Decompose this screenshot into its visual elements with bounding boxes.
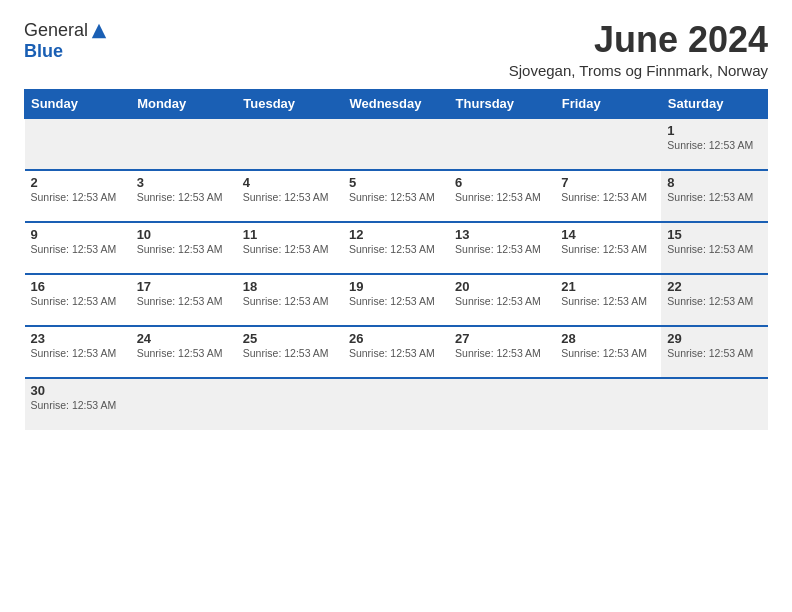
calendar-cell: 19Sunrise: 12:53 AM: [343, 274, 449, 326]
day-sunrise: Sunrise: 12:53 AM: [561, 347, 655, 359]
day-number: 5: [349, 175, 443, 190]
calendar-cell: [661, 378, 767, 430]
weekday-header-row: Sunday Monday Tuesday Wednesday Thursday…: [25, 89, 768, 118]
calendar-cell: 11Sunrise: 12:53 AM: [237, 222, 343, 274]
day-sunrise: Sunrise: 12:53 AM: [137, 295, 231, 307]
calendar-cell: 5Sunrise: 12:53 AM: [343, 170, 449, 222]
day-sunrise: Sunrise: 12:53 AM: [31, 295, 125, 307]
day-number: 9: [31, 227, 125, 242]
calendar-body: 1Sunrise: 12:53 AM2Sunrise: 12:53 AM3Sun…: [25, 118, 768, 430]
day-sunrise: Sunrise: 12:53 AM: [137, 243, 231, 255]
calendar-cell: 14Sunrise: 12:53 AM: [555, 222, 661, 274]
calendar-subtitle: Sjovegan, Troms og Finnmark, Norway: [509, 62, 768, 79]
day-sunrise: Sunrise: 12:53 AM: [31, 243, 125, 255]
logo-blue-text: Blue: [24, 41, 63, 62]
calendar-cell: [343, 118, 449, 170]
calendar-week-row: 16Sunrise: 12:53 AM17Sunrise: 12:53 AM18…: [25, 274, 768, 326]
day-number: 7: [561, 175, 655, 190]
day-sunrise: Sunrise: 12:53 AM: [349, 191, 443, 203]
calendar-cell: 8Sunrise: 12:53 AM: [661, 170, 767, 222]
day-number: 11: [243, 227, 337, 242]
calendar-cell: [131, 378, 237, 430]
day-sunrise: Sunrise: 12:53 AM: [455, 243, 549, 255]
day-number: 8: [667, 175, 761, 190]
day-number: 18: [243, 279, 337, 294]
calendar-week-row: 1Sunrise: 12:53 AM: [25, 118, 768, 170]
calendar-cell: 17Sunrise: 12:53 AM: [131, 274, 237, 326]
day-number: 21: [561, 279, 655, 294]
title-block: June 2024 Sjovegan, Troms og Finnmark, N…: [509, 20, 768, 79]
calendar-header: General Blue June 2024 Sjovegan, Troms o…: [24, 20, 768, 79]
header-monday: Monday: [131, 89, 237, 118]
day-sunrise: Sunrise: 12:53 AM: [31, 191, 125, 203]
day-number: 13: [455, 227, 549, 242]
calendar-cell: 26Sunrise: 12:53 AM: [343, 326, 449, 378]
logo-general-text: General: [24, 20, 88, 41]
calendar-cell: 28Sunrise: 12:53 AM: [555, 326, 661, 378]
day-sunrise: Sunrise: 12:53 AM: [667, 191, 761, 203]
header-wednesday: Wednesday: [343, 89, 449, 118]
day-sunrise: Sunrise: 12:53 AM: [455, 347, 549, 359]
day-number: 28: [561, 331, 655, 346]
calendar-cell: [343, 378, 449, 430]
svg-marker-0: [92, 23, 106, 37]
day-sunrise: Sunrise: 12:53 AM: [667, 295, 761, 307]
calendar-cell: 16Sunrise: 12:53 AM: [25, 274, 131, 326]
day-sunrise: Sunrise: 12:53 AM: [243, 295, 337, 307]
day-number: 20: [455, 279, 549, 294]
logo-icon: [90, 22, 108, 40]
calendar-page: General Blue June 2024 Sjovegan, Troms o…: [0, 0, 792, 612]
calendar-cell: [449, 118, 555, 170]
header-tuesday: Tuesday: [237, 89, 343, 118]
day-number: 22: [667, 279, 761, 294]
day-number: 24: [137, 331, 231, 346]
day-sunrise: Sunrise: 12:53 AM: [561, 243, 655, 255]
calendar-cell: 15Sunrise: 12:53 AM: [661, 222, 767, 274]
calendar-cell: [237, 118, 343, 170]
header-saturday: Saturday: [661, 89, 767, 118]
day-number: 30: [31, 383, 125, 398]
calendar-cell: [449, 378, 555, 430]
calendar-week-row: 9Sunrise: 12:53 AM10Sunrise: 12:53 AM11S…: [25, 222, 768, 274]
calendar-cell: [555, 378, 661, 430]
calendar-cell: 10Sunrise: 12:53 AM: [131, 222, 237, 274]
header-friday: Friday: [555, 89, 661, 118]
day-number: 14: [561, 227, 655, 242]
calendar-cell: 20Sunrise: 12:53 AM: [449, 274, 555, 326]
day-number: 17: [137, 279, 231, 294]
calendar-title: June 2024: [509, 20, 768, 60]
day-sunrise: Sunrise: 12:53 AM: [31, 399, 125, 411]
calendar-cell: 23Sunrise: 12:53 AM: [25, 326, 131, 378]
day-sunrise: Sunrise: 12:53 AM: [455, 191, 549, 203]
day-number: 4: [243, 175, 337, 190]
day-number: 23: [31, 331, 125, 346]
day-number: 27: [455, 331, 549, 346]
calendar-cell: 24Sunrise: 12:53 AM: [131, 326, 237, 378]
day-sunrise: Sunrise: 12:53 AM: [667, 139, 761, 151]
calendar-week-row: 23Sunrise: 12:53 AM24Sunrise: 12:53 AM25…: [25, 326, 768, 378]
calendar-cell: 25Sunrise: 12:53 AM: [237, 326, 343, 378]
calendar-cell: 21Sunrise: 12:53 AM: [555, 274, 661, 326]
day-number: 6: [455, 175, 549, 190]
calendar-cell: [25, 118, 131, 170]
logo: General Blue: [24, 20, 108, 62]
calendar-cell: 3Sunrise: 12:53 AM: [131, 170, 237, 222]
calendar-table: Sunday Monday Tuesday Wednesday Thursday…: [24, 89, 768, 430]
header-thursday: Thursday: [449, 89, 555, 118]
calendar-cell: 18Sunrise: 12:53 AM: [237, 274, 343, 326]
day-number: 19: [349, 279, 443, 294]
day-number: 15: [667, 227, 761, 242]
calendar-cell: 22Sunrise: 12:53 AM: [661, 274, 767, 326]
day-sunrise: Sunrise: 12:53 AM: [243, 347, 337, 359]
day-sunrise: Sunrise: 12:53 AM: [243, 243, 337, 255]
day-sunrise: Sunrise: 12:53 AM: [137, 191, 231, 203]
calendar-cell: 9Sunrise: 12:53 AM: [25, 222, 131, 274]
day-number: 29: [667, 331, 761, 346]
header-sunday: Sunday: [25, 89, 131, 118]
day-sunrise: Sunrise: 12:53 AM: [243, 191, 337, 203]
day-sunrise: Sunrise: 12:53 AM: [349, 347, 443, 359]
day-sunrise: Sunrise: 12:53 AM: [455, 295, 549, 307]
day-number: 1: [667, 123, 761, 138]
day-sunrise: Sunrise: 12:53 AM: [667, 243, 761, 255]
calendar-week-row: 2Sunrise: 12:53 AM3Sunrise: 12:53 AM4Sun…: [25, 170, 768, 222]
